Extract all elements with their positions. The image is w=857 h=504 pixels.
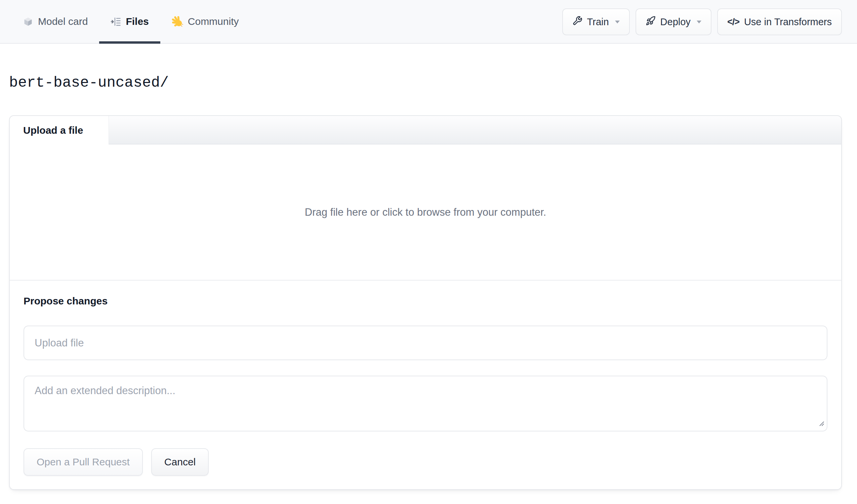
extended-description-textarea[interactable] bbox=[23, 376, 827, 432]
wrench-icon bbox=[572, 16, 583, 28]
propose-changes-heading: Propose changes bbox=[23, 295, 827, 307]
file-dropzone[interactable]: Drag file here or click to browse from y… bbox=[10, 145, 841, 281]
dropzone-hint-text: Drag file here or click to browse from y… bbox=[305, 206, 546, 218]
active-tab-indicator bbox=[99, 41, 160, 44]
cube-icon bbox=[23, 16, 33, 27]
chevron-down-icon bbox=[615, 20, 620, 23]
header-actions: Train Deploy </> Use in Transformers bbox=[562, 0, 842, 44]
cancel-button[interactable]: Cancel bbox=[151, 448, 209, 476]
tab-files-label: Files bbox=[126, 16, 149, 27]
repo-path: bert-base-uncased/ bbox=[9, 74, 857, 91]
textarea-resize-handle[interactable] bbox=[819, 421, 824, 427]
deploy-button-label: Deploy bbox=[660, 16, 691, 28]
deploy-button[interactable]: Deploy bbox=[636, 9, 711, 35]
tab-upload-a-file-label: Upload a file bbox=[23, 125, 83, 136]
train-button-label: Train bbox=[587, 16, 609, 28]
repo-tab-nav: Model card Files bbox=[12, 0, 250, 43]
tab-community[interactable]: Community bbox=[160, 0, 250, 43]
open-pull-request-button[interactable]: Open a Pull Request bbox=[23, 448, 143, 476]
chevron-down-icon bbox=[697, 20, 701, 23]
tabbar-filler bbox=[109, 116, 841, 145]
propose-actions: Open a Pull Request Cancel bbox=[23, 448, 827, 476]
upload-panel-tabbar: Upload a file bbox=[10, 116, 841, 145]
upload-file-input[interactable] bbox=[23, 325, 827, 360]
tab-model-card-label: Model card bbox=[38, 16, 88, 27]
tab-files[interactable]: Files bbox=[99, 0, 160, 43]
file-tree-icon bbox=[111, 16, 121, 27]
use-in-transformers-label: Use in Transformers bbox=[744, 16, 832, 28]
use-in-transformers-button[interactable]: </> Use in Transformers bbox=[717, 9, 842, 35]
propose-changes-section: Propose changes Open a Pull Request Canc… bbox=[10, 281, 841, 489]
code-icon: </> bbox=[727, 17, 739, 27]
description-field-wrap bbox=[23, 376, 827, 432]
repo-header: Model card Files bbox=[0, 0, 857, 44]
train-button[interactable]: Train bbox=[562, 9, 630, 35]
tab-model-card[interactable]: Model card bbox=[12, 0, 99, 43]
tab-community-label: Community bbox=[188, 16, 239, 27]
rocket-icon bbox=[645, 16, 656, 28]
upload-panel: Upload a file Drag file here or click to… bbox=[9, 115, 842, 490]
tab-upload-a-file[interactable]: Upload a file bbox=[10, 116, 109, 145]
waving-hand-icon bbox=[172, 16, 183, 27]
